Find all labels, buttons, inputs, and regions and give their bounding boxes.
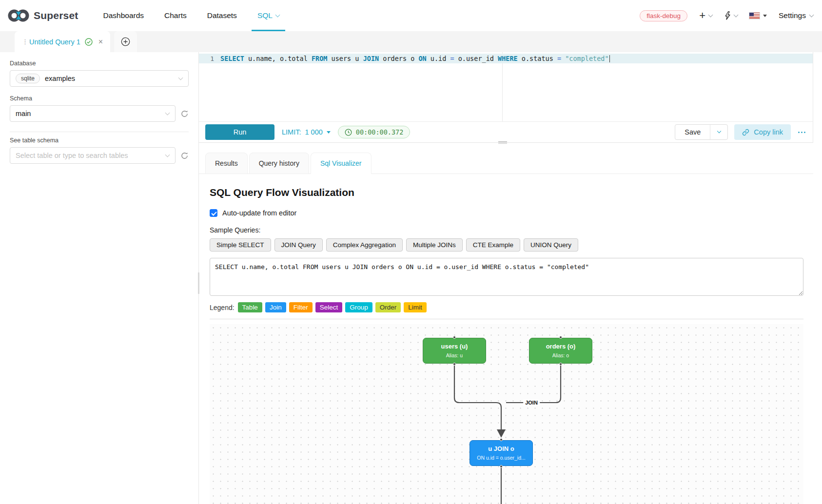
plus-icon: + — [699, 10, 705, 21]
query-tab-strip: ⋮ Untitled Query 1 × — [0, 31, 822, 52]
schema-select[interactable]: main — [10, 105, 176, 122]
line-number: 1 — [199, 55, 220, 62]
run-button[interactable]: Run — [205, 124, 274, 140]
result-tabs: Results Query history Sql Visualizer — [199, 153, 813, 174]
node-handle[interactable] — [500, 438, 503, 441]
legend-badge-group: Group — [345, 302, 372, 312]
save-button[interactable]: Save — [675, 125, 710, 139]
node-handle[interactable] — [559, 336, 562, 339]
database-select-value: examples — [45, 75, 75, 82]
flow-node-orders[interactable]: orders (o)Alias: o — [529, 338, 592, 364]
legend-badge-select: Select — [315, 302, 343, 312]
pane-resize-handle[interactable] — [498, 141, 507, 144]
sample-query-button-join-query[interactable]: JOIN Query — [274, 238, 323, 252]
sample-query-button-multiple-joins[interactable]: Multiple JOINs — [406, 238, 463, 252]
sample-query-button-union-query[interactable]: UNION Query — [524, 238, 578, 252]
legend-badge-join: Join — [265, 302, 286, 312]
database-label: Database — [10, 60, 189, 67]
nav-right: flask-debug + Settings — [640, 10, 813, 21]
node-title: u JOIN o — [473, 445, 529, 452]
auto-update-checkbox[interactable] — [210, 209, 217, 217]
flow-edges — [210, 324, 803, 504]
query-search-menu[interactable] — [724, 11, 738, 20]
refresh-icon — [180, 110, 189, 118]
node-subtitle: Alias: o — [532, 352, 589, 358]
node-title: users (u) — [426, 343, 483, 350]
editor-toolbar: Run LIMIT: 1 000 00:00:00.372 Save — [199, 122, 813, 142]
sample-query-button-complex-aggregation[interactable]: Complex Aggregation — [326, 238, 403, 252]
table-select[interactable]: Select table or type to search tables — [10, 147, 176, 164]
flow-node-join[interactable]: u JOIN oON u.id = o.user_id... — [470, 440, 533, 466]
table-schema-label: See table schema — [10, 137, 189, 144]
sql-visualizer-panel: SQL Query Flow Visualization Auto-update… — [199, 174, 813, 504]
chevron-down-icon — [165, 152, 170, 157]
caret-down-icon — [327, 131, 331, 134]
refresh-icon — [180, 152, 189, 160]
settings-menu[interactable]: Settings — [779, 11, 813, 20]
tab-query-history[interactable]: Query history — [249, 153, 309, 174]
clock-icon — [345, 129, 352, 136]
legend-label: Legend: — [210, 304, 235, 311]
node-handle[interactable] — [453, 363, 456, 366]
node-handle[interactable] — [559, 363, 562, 366]
add-query-tab-button[interactable] — [114, 31, 137, 52]
superset-brand[interactable]: Superset — [8, 8, 78, 23]
brand-name: Superset — [34, 10, 78, 21]
flow-node-users[interactable]: users (u)Alias: u — [423, 338, 486, 364]
nav-links: Dashboards Charts Datasets SQL — [93, 0, 289, 31]
sql-editor-pane: 1 SELECT u.name, o.total FROM users u JO… — [199, 52, 813, 143]
more-actions-button[interactable] — [797, 130, 806, 135]
legend-badge-filter: Filter — [289, 302, 313, 312]
legend-badges: TableJoinFilterSelectGroupOrderLimit — [238, 302, 427, 312]
refresh-schemas-button[interactable] — [180, 110, 189, 118]
sample-query-buttons: Simple SELECTJOIN QueryComplex Aggregati… — [210, 238, 803, 252]
nav-item-datasets[interactable]: Datasets — [197, 0, 247, 31]
legend: Legend: TableJoinFilterSelectGroupOrderL… — [210, 302, 803, 312]
sql-input-textarea[interactable]: SELECT u.name, o.total FROM users u JOIN… — [210, 258, 803, 296]
nav-item-sql[interactable]: SQL — [247, 0, 290, 31]
sidebar-divider — [10, 132, 189, 132]
editor-active-line: 1 SELECT u.name, o.total FROM users u JO… — [199, 54, 813, 63]
link-icon — [742, 129, 749, 136]
sample-query-button-simple-select[interactable]: Simple SELECT — [210, 238, 271, 252]
tab-results[interactable]: Results — [205, 153, 248, 174]
drag-dots-icon[interactable]: ⋮ — [22, 40, 25, 43]
flow-canvas[interactable]: JOIN users (u)Alias: uorders (o)Alias: o… — [210, 324, 803, 504]
sql-code-line: SELECT u.name, o.total FROM users u JOIN… — [220, 55, 610, 63]
chevron-down-icon — [734, 12, 739, 17]
close-icon[interactable]: × — [98, 38, 103, 46]
nav-item-dashboards[interactable]: Dashboards — [93, 0, 154, 31]
schema-label: Schema — [10, 95, 189, 102]
new-item-menu[interactable]: + — [699, 10, 712, 21]
sqllab-sidebar: Database sqlite examples Schema main See — [0, 52, 199, 504]
table-select-placeholder: Select table or type to search tables — [16, 152, 128, 159]
environment-badge: flask-debug — [640, 10, 687, 21]
add-tab-icon — [121, 37, 130, 46]
node-subtitle: ON u.id = o.user_id... — [473, 455, 529, 461]
chevron-down-icon — [717, 129, 721, 133]
limit-dropdown[interactable]: LIMIT: 1 000 — [282, 128, 331, 136]
chevron-down-icon — [165, 110, 170, 115]
database-select[interactable]: sqlite examples — [10, 70, 189, 87]
auto-update-label: Auto-update from editor — [222, 209, 296, 217]
node-handle[interactable] — [453, 336, 456, 339]
node-subtitle: Alias: u — [426, 352, 483, 358]
query-tab-active[interactable]: ⋮ Untitled Query 1 × — [15, 31, 110, 52]
copy-link-button[interactable]: Copy link — [734, 124, 791, 140]
refresh-tables-button[interactable] — [180, 152, 189, 160]
nav-item-charts[interactable]: Charts — [154, 0, 197, 31]
sql-editor[interactable]: 1 SELECT u.name, o.total FROM users u JO… — [199, 52, 813, 122]
language-picker[interactable] — [749, 13, 767, 19]
lightning-icon — [724, 11, 731, 20]
page-title: SQL Query Flow Visualization — [210, 187, 803, 198]
node-title: orders (o) — [532, 343, 589, 350]
limit-value: 1 000 — [305, 128, 322, 136]
main-panel: 1 SELECT u.name, o.total FROM users u JO… — [199, 52, 822, 504]
limit-label: LIMIT: — [282, 128, 301, 136]
check-circle-icon — [85, 38, 93, 46]
legend-badge-order: Order — [375, 302, 401, 312]
node-handle[interactable] — [500, 465, 503, 468]
save-options-button[interactable] — [710, 125, 727, 139]
tab-sql-visualizer[interactable]: Sql Visualizer — [311, 153, 372, 174]
sample-query-button-cte-example[interactable]: CTE Example — [466, 238, 520, 252]
